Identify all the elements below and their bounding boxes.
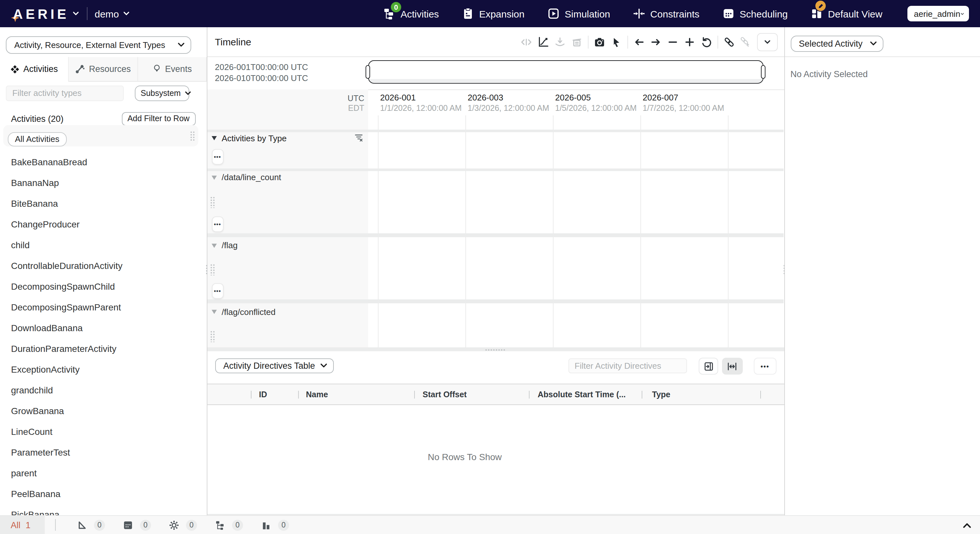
nav-item-simulation[interactable]: Simulation — [547, 7, 610, 20]
activity-type-item[interactable]: ParameterTest — [0, 442, 207, 463]
left-panel-type-selector[interactable]: Activity, Resource, External Event Types — [6, 36, 191, 54]
activity-type-item[interactable]: parent — [0, 463, 207, 483]
status-group-activity-checks[interactable]: 0 — [215, 520, 243, 531]
left-panel-resize-handle[interactable] — [205, 264, 207, 275]
activity-type-item[interactable]: DecomposingSpawnParent — [0, 297, 207, 318]
timeline-row-gap — [207, 168, 784, 171]
row-filter-icon[interactable] — [354, 133, 364, 143]
chip-row-drag-handle[interactable] — [189, 130, 194, 141]
right-panel-view-selector-label: Selected Activity — [799, 38, 863, 48]
panel-resize-handle-horizontal[interactable] — [484, 348, 506, 350]
table-empty-message: No Rows To Show — [428, 451, 502, 462]
column-header-id[interactable]: ID — [259, 390, 267, 399]
events-tab-icon — [152, 64, 161, 73]
row-drag-handle[interactable] — [209, 329, 214, 342]
timeline-row-label[interactable]: Activities by Type — [211, 132, 286, 144]
row-more-button[interactable]: ••• — [212, 283, 223, 299]
activity-type-item[interactable]: ControllableDurationActivity — [0, 255, 207, 276]
tab-activities[interactable]: Activities — [0, 57, 69, 81]
status-group-simulation[interactable]: 0 — [169, 520, 197, 531]
activity-type-item[interactable]: GrowBanana — [0, 400, 207, 421]
timeline-gridline — [727, 115, 728, 347]
plan-name[interactable]: demo — [95, 8, 119, 19]
all-activities-chip-label: All Activities — [15, 134, 59, 144]
activity-type-item[interactable]: child — [0, 235, 207, 255]
logo-chevron-icon[interactable] — [73, 11, 79, 16]
tab-events[interactable]: Events — [138, 57, 207, 81]
zoom-out-icon[interactable] — [667, 36, 679, 48]
timeline-gridline — [465, 115, 466, 347]
add-filter-to-row-button[interactable]: Add Filter to Row — [121, 112, 196, 126]
row-drag-handle[interactable] — [209, 196, 214, 208]
all-activities-chip[interactable]: All Activities — [8, 132, 67, 146]
activity-type-item[interactable]: PeelBanana — [0, 483, 207, 504]
code-icon[interactable] — [520, 36, 532, 48]
add-filter-to-row-label: Add Filter to Row — [127, 114, 189, 123]
activity-type-item[interactable]: BakeBananaBread — [0, 152, 207, 172]
left-panel: Activity, Resource, External Event Types… — [0, 27, 207, 515]
pan-right-icon[interactable] — [650, 36, 662, 48]
user-menu-chevron-icon — [960, 11, 964, 16]
column-header-name[interactable]: Name — [306, 390, 328, 399]
activity-type-item[interactable]: ExceptionActivity — [0, 359, 207, 380]
right-panel-view-selector[interactable]: Selected Activity — [791, 35, 883, 51]
timeline-row-label[interactable]: /flag/conflicted — [211, 306, 275, 318]
unlink-cursor-icon[interactable] — [740, 36, 752, 48]
archive-icon[interactable] — [571, 36, 583, 48]
screenshot-icon[interactable] — [594, 36, 605, 48]
status-bar-expand-icon[interactable] — [962, 520, 972, 531]
row-more-button[interactable]: ••• — [212, 149, 223, 165]
nav-item-activities[interactable]: 0Activities — [383, 7, 439, 20]
status-all-errors[interactable]: All 1 — [0, 516, 45, 534]
app-logo[interactable]: AERIE — [13, 6, 69, 22]
row-drag-handle[interactable] — [209, 263, 214, 275]
filter-activity-types-input[interactable] — [6, 86, 124, 101]
toolbar-more-button[interactable] — [757, 33, 778, 51]
status-group-scheduling-goals[interactable]: 0 — [123, 520, 151, 531]
table-collapse-button[interactable] — [699, 358, 718, 375]
status-groups: 00000 — [76, 516, 289, 534]
nav-item-default-view[interactable]: Default View — [810, 7, 883, 20]
tab-resources[interactable]: Resources — [69, 57, 138, 81]
row-more-button[interactable]: ••• — [212, 216, 223, 232]
scheduling-icon — [722, 7, 735, 20]
reset-zoom-icon[interactable] — [701, 36, 712, 48]
timeline-row-label[interactable]: /data/line_count — [211, 172, 281, 183]
link-icon[interactable] — [723, 36, 735, 48]
edit-chart-icon[interactable] — [537, 36, 549, 48]
brush-handle-left[interactable] — [366, 65, 370, 78]
nav-item-expansion[interactable]: Expansion — [461, 7, 524, 20]
activity-type-item[interactable]: ChangeProducer — [0, 214, 207, 235]
activity-type-item[interactable]: DecomposingSpawnChild — [0, 276, 207, 297]
zoom-in-icon[interactable] — [684, 36, 695, 48]
pan-left-icon[interactable] — [633, 36, 645, 48]
activity-type-item[interactable]: BiteBanana — [0, 193, 207, 214]
table-menu-button[interactable]: ••• — [754, 358, 776, 375]
table-fit-columns-button[interactable] — [722, 358, 743, 375]
user-menu-label: aerie_admin — [914, 9, 960, 19]
nav-item-scheduling[interactable]: Scheduling — [722, 7, 788, 20]
timeline-brush[interactable] — [368, 60, 763, 83]
table-view-selector[interactable]: Activity Directives Table — [215, 358, 334, 373]
subsystem-selector[interactable]: Subsystem — [135, 86, 189, 101]
column-header-start-offset[interactable]: Start Offset — [423, 390, 467, 399]
activity-type-item[interactable]: PickBanana — [0, 504, 207, 515]
status-group-analysis[interactable]: 0 — [261, 520, 289, 531]
activity-type-item[interactable]: LineCount — [0, 421, 207, 442]
activity-type-item[interactable]: DownloadBanana — [0, 318, 207, 338]
user-menu[interactable]: aerie_admin — [907, 6, 969, 21]
activity-type-item[interactable]: BananaNap — [0, 172, 207, 193]
download-icon[interactable] — [554, 36, 566, 48]
activity-type-item[interactable]: grandchild — [0, 380, 207, 400]
cursor-icon[interactable] — [611, 36, 622, 48]
plan-chevron-icon[interactable] — [123, 11, 130, 16]
activity-type-item[interactable]: DurationParameterActivity — [0, 338, 207, 359]
status-simulation-icon — [169, 520, 180, 531]
timeline-row-label[interactable]: /flag — [211, 240, 237, 251]
filter-activity-directives-input[interactable] — [568, 358, 687, 373]
column-header-type[interactable]: Type — [652, 390, 670, 399]
column-header-absolute-start-time-[interactable]: Absolute Start Time (... — [538, 390, 626, 399]
status-group-violations[interactable]: 0 — [76, 520, 105, 531]
brush-handle-right[interactable] — [761, 65, 765, 78]
nav-item-constraints[interactable]: Constraints — [633, 7, 700, 20]
